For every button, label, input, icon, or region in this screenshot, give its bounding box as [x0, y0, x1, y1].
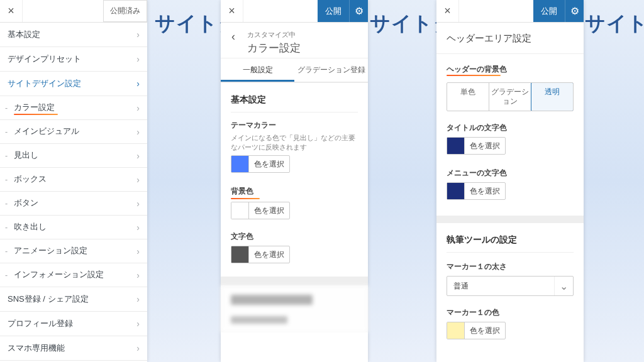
dash-icon: -	[5, 104, 8, 112]
header-bg-card: ヘッダーの背景色 単色 グラデーション 透明 タイトルの文字色 色を選択 メニュ…	[436, 54, 584, 216]
color-picker-label: 色を選択	[465, 183, 505, 199]
field-header-bg: ヘッダーの背景色 単色 グラデーション 透明	[447, 63, 574, 111]
seg-opt-gradient[interactable]: グラデーション	[489, 83, 531, 111]
dash-icon: -	[5, 271, 8, 280]
dash-icon: -	[5, 247, 8, 256]
chevron-right-icon: ›	[136, 54, 140, 64]
color-picker-label: 色を選択	[249, 156, 289, 172]
nav-label: メインビジュアル	[14, 126, 79, 137]
color-picker-button[interactable]: 色を選択	[447, 137, 506, 155]
color-picker-label: 色を選択	[249, 202, 289, 219]
crumb-title: カラー設定	[247, 40, 359, 55]
header-area-settings-panel: × 公開 ⚙ ヘッダーエリア設定 ヘッダーの背景色 単色 グラデーション 透明 …	[436, 0, 584, 362]
panel-header: × 公開 ⚙	[436, 0, 584, 23]
nav-item-profile[interactable]: プロフィール登録 ›	[0, 312, 147, 336]
nav-label: ボタン	[14, 198, 38, 209]
nav-sublist: - カラー設定 › - メインビジュアル › - 見出し › - ボックス › …	[0, 96, 147, 287]
field-label: テーマカラー	[231, 120, 358, 132]
nav-sub-heading[interactable]: - 見出し ›	[0, 144, 147, 168]
field-theme-color: テーマカラー メインになる色で「見出し」などの主要なパーツに反映されます 色を選…	[231, 120, 358, 175]
gear-icon[interactable]: ⚙	[349, 0, 368, 22]
breadcrumb: ヘッダーエリア設定	[436, 23, 584, 54]
segmented-control: 単色 グラデーション 透明	[447, 82, 574, 111]
nav-item-site-design[interactable]: サイトデザイン設定 ›	[0, 72, 147, 96]
crumb-title: ヘッダーエリア設定	[447, 33, 574, 45]
tab-general[interactable]: 一般設定	[221, 58, 294, 82]
section-title: 執筆ツールの設定	[447, 232, 574, 253]
nav-item-sns[interactable]: SNS登録 / シェア設定 ›	[0, 287, 147, 312]
tabs: 一般設定 グラデーション登録	[221, 58, 368, 82]
seg-opt-transparent[interactable]: 透明	[531, 82, 574, 111]
nav-label: カラー設定	[14, 102, 55, 113]
customizer-nav-panel: × 公開済み 基本設定 › デザインプリセット › サイトデザイン設定 › - …	[0, 0, 147, 362]
color-settings-panel: × 公開 ⚙ ‹ カスタマイズ中 カラー設定 一般設定 グラデーション登録 基本…	[221, 0, 368, 362]
chevron-right-icon: ›	[136, 127, 140, 137]
nav-label: ボックス	[14, 174, 47, 185]
panel-body: ヘッダーの背景色 単色 グラデーション 透明 タイトルの文字色 色を選択 メニュ…	[436, 54, 584, 355]
dash-icon: -	[5, 223, 8, 232]
nav-sub-animation[interactable]: - アニメーション設定 ›	[0, 239, 147, 263]
blurred-next-section	[221, 285, 368, 332]
nav-sub-color-settings[interactable]: - カラー設定 ›	[0, 96, 147, 120]
back-button[interactable]: ‹	[226, 30, 241, 43]
chevron-right-icon: ›	[136, 222, 140, 233]
basic-settings-card: 基本設定 テーマカラー メインになる色で「見出し」などの主要なパーツに反映されま…	[221, 82, 368, 277]
nav-item-smartphone[interactable]: スマホ専用機能 ›	[0, 336, 147, 361]
nav-label: スマホ専用機能	[8, 343, 65, 354]
field-label: ヘッダーの背景色	[447, 64, 507, 75]
chevron-right-icon: ›	[136, 270, 140, 280]
field-label: タイトルの文字色	[447, 123, 574, 133]
dash-icon: -	[5, 199, 8, 208]
nav-sub-button[interactable]: - ボタン ›	[0, 192, 147, 216]
color-swatch	[447, 138, 465, 154]
chevron-right-icon: ›	[136, 319, 140, 329]
chevron-right-icon: ›	[136, 175, 140, 185]
color-picker-button[interactable]: 色を選択	[447, 182, 506, 200]
nav-list: 基本設定 › デザインプリセット › サイトデザイン設定 › - カラー設定 ›…	[0, 23, 147, 362]
color-picker-button[interactable]: 色を選択	[447, 322, 506, 339]
nav-label: 見出し	[14, 150, 38, 161]
bg-site-title: サイトタ	[585, 10, 644, 38]
published-status: 公開済み	[103, 0, 147, 22]
chevron-right-icon: ›	[136, 151, 140, 161]
tab-gradient[interactable]: グラデーション登録	[294, 58, 368, 82]
publish-button[interactable]: 公開	[318, 0, 349, 22]
field-label: マーカー１の色	[447, 307, 574, 318]
panel-body: 基本設定 テーマカラー メインになる色で「見出し」などの主要なパーツに反映されま…	[221, 82, 368, 332]
nav-sub-balloon[interactable]: - 吹き出し ›	[0, 216, 147, 239]
crumb-small: カスタマイズ中	[247, 30, 359, 40]
panel-header: × 公開済み	[0, 0, 147, 23]
color-picker-button[interactable]: 色を選択	[231, 155, 290, 173]
close-button[interactable]: ×	[221, 0, 243, 22]
chevron-right-icon: ›	[136, 294, 140, 304]
chevron-right-icon: ›	[136, 30, 140, 40]
chevron-right-icon: ›	[136, 199, 140, 209]
panel-header: × 公開 ⚙	[221, 0, 368, 23]
dash-icon: -	[5, 128, 8, 136]
nav-label: デザインプリセット	[8, 53, 81, 65]
nav-item-basic-settings[interactable]: 基本設定 ›	[0, 23, 147, 47]
chevron-right-icon: ›	[136, 103, 140, 113]
nav-sub-box[interactable]: - ボックス ›	[0, 168, 147, 192]
publish-button[interactable]: 公開	[533, 0, 565, 22]
nav-label: インフォメーション設定	[14, 270, 104, 280]
chevron-right-icon: ›	[136, 343, 140, 353]
nav-sub-information[interactable]: - インフォメーション設定 ›	[0, 263, 147, 287]
close-button[interactable]: ×	[436, 0, 459, 22]
field-label: 文字色	[231, 231, 358, 243]
close-button[interactable]: ×	[0, 0, 23, 22]
nav-sub-main-visual[interactable]: - メインビジュアル ›	[0, 120, 147, 144]
field-marker-color: マーカー１の色 色を選択	[447, 307, 574, 341]
color-picker-button[interactable]: 色を選択	[231, 202, 290, 219]
gear-icon[interactable]: ⚙	[565, 0, 584, 22]
select-marker-width[interactable]: 普通 ⌄	[447, 276, 574, 296]
field-title-color: タイトルの文字色 色を選択	[447, 123, 574, 156]
color-picker-button[interactable]: 色を選択	[231, 246, 290, 263]
nav-label: 基本設定	[8, 29, 40, 40]
field-text-color: 文字色 色を選択	[231, 231, 358, 265]
seg-opt-solid[interactable]: 単色	[447, 83, 489, 111]
field-background-color: 背景色 色を選択	[231, 185, 358, 221]
color-picker-label: 色を選択	[465, 138, 505, 154]
nav-item-design-preset[interactable]: デザインプリセット ›	[0, 47, 147, 72]
chevron-down-icon: ⌄	[554, 277, 573, 295]
